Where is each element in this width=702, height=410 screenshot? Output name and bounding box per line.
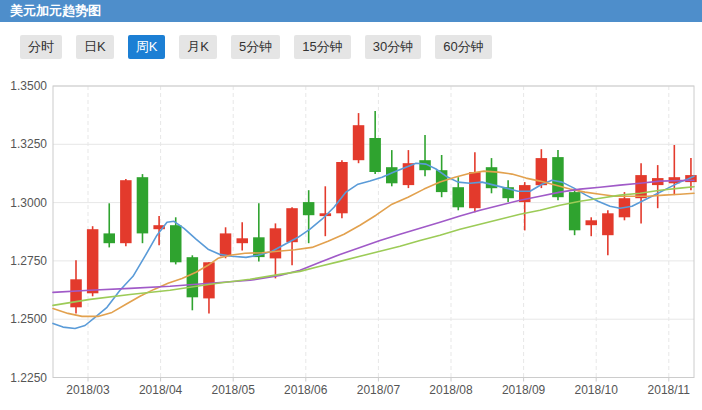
candle (369, 111, 381, 174)
candle-body (453, 187, 465, 207)
candle (419, 135, 431, 176)
y-axis-tick-label: 1.2250 (10, 371, 47, 385)
candle (70, 260, 82, 313)
candle (170, 217, 182, 264)
candle-body (104, 233, 116, 243)
candle-body (369, 138, 381, 172)
candle (237, 222, 249, 250)
candle-body (569, 192, 581, 230)
x-axis-tick-label: 2018/06 (284, 383, 328, 397)
candle-body (237, 238, 249, 243)
ma-line-purple (53, 180, 694, 292)
candle (386, 150, 398, 186)
chart-svg[interactable]: 1.35001.32501.30001.27501.25001.22502018… (0, 0, 702, 410)
plot-border (53, 86, 694, 378)
candle (519, 182, 531, 230)
y-axis-tick-label: 1.3500 (10, 79, 47, 93)
x-axis-tick-label: 2018/05 (212, 383, 256, 397)
ma-line-orange (53, 171, 694, 316)
candle (104, 203, 116, 247)
x-axis-tick-label: 2018/11 (648, 383, 691, 397)
y-axis-tick-label: 1.3250 (10, 137, 47, 151)
candle (137, 174, 149, 243)
candle-body (586, 220, 598, 225)
candle-body (469, 172, 481, 208)
candle (403, 150, 415, 188)
candle (569, 190, 581, 235)
candle (187, 255, 199, 310)
candle-body (602, 213, 614, 235)
candle-body (635, 175, 647, 198)
candle-body (270, 228, 282, 258)
candle (220, 227, 232, 258)
candle (153, 216, 165, 245)
y-axis-tick-label: 1.3000 (10, 196, 47, 210)
candle-body (336, 162, 348, 213)
candle (502, 180, 514, 202)
candle (203, 262, 215, 313)
candle (602, 210, 614, 255)
candle (685, 158, 697, 190)
candle (353, 113, 365, 163)
candle (652, 165, 664, 208)
candle-body (303, 202, 315, 215)
candle-body (87, 229, 99, 293)
candle-body (170, 225, 182, 262)
candle-body (137, 177, 149, 233)
candle (486, 158, 498, 193)
candle-body (286, 208, 298, 242)
x-axis-tick-label: 2018/09 (502, 383, 546, 397)
candle (120, 179, 132, 246)
x-axis-tick-label: 2018/03 (66, 383, 110, 397)
x-axis-tick-label: 2018/07 (357, 383, 401, 397)
y-axis-tick-label: 1.2500 (10, 312, 47, 326)
candle (286, 207, 298, 265)
x-axis-tick-label: 2018/10 (575, 383, 619, 397)
candle-body (353, 125, 365, 160)
y-axis-tick-label: 1.2750 (10, 254, 47, 268)
candle-body (120, 180, 132, 243)
candle (586, 217, 598, 236)
candle-body (220, 233, 232, 256)
candle (336, 160, 348, 218)
candle (303, 190, 315, 243)
candle-body (187, 257, 199, 297)
x-axis-tick-label: 2018/04 (139, 383, 183, 397)
candle (87, 226, 99, 296)
x-axis-tick-label: 2018/08 (429, 383, 473, 397)
